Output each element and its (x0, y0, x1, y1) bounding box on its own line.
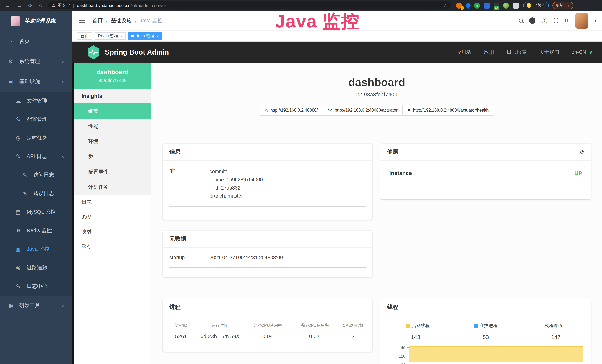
sba-nav-applications[interactable]: 应用 (484, 49, 494, 55)
close-icon[interactable]: × (156, 34, 159, 38)
github-icon[interactable] (529, 17, 535, 24)
service-url-button[interactable]: ⌂ http://192.168.0.2:48080/ (259, 105, 323, 116)
browser-home-icon[interactable]: ⌂ (39, 2, 42, 8)
security-warning-icon[interactable]: ⚠ (52, 3, 56, 8)
sidebar-item-home[interactable]: ◔ 首页 (0, 32, 72, 52)
close-icon[interactable]: × (120, 34, 123, 38)
browser-menu-kebab-icon[interactable]: ⋮ (566, 3, 570, 8)
avatar[interactable] (575, 13, 588, 28)
live-threads-value: 143 (380, 334, 451, 340)
sidebar-item-api-log[interactable]: ✎ API 日志 ∧ (0, 147, 72, 166)
peak-threads-value: 147 (521, 334, 591, 340)
sidebar-item-log-center[interactable]: ✎ 日志中心 (0, 277, 72, 296)
hamburger-icon[interactable] (79, 20, 85, 21)
browser-update-button[interactable]: 更新 ⋮ (552, 2, 573, 9)
sidebar-item-config-manage[interactable]: ✎ 配置管理 (0, 110, 72, 129)
service-url-label: http://192.168.0.2:48080/ (270, 108, 318, 112)
address-divider: | (73, 3, 74, 8)
sba-item-classes[interactable]: 类 (74, 149, 151, 164)
log-edit-icon: ✎ (22, 172, 28, 178)
sba-item-config-props[interactable]: 配置属性 (74, 164, 151, 180)
sba-section-insights: Insights (74, 89, 151, 103)
sba-nav: 应用墙 应用 日志报表 关于我们 zh-CN ∨ (456, 49, 592, 55)
sidebar-item-java-monitor[interactable]: ▣ Java 监控 (0, 240, 72, 258)
sidebar-item-label: 日志中心 (27, 283, 64, 290)
col-pid: 进程ID (166, 323, 196, 328)
extensions-puzzle-icon[interactable] (513, 2, 519, 8)
sba-item-mappings[interactable]: 映射 (74, 224, 151, 239)
url-host: dashboard.yudao.iocoder.cn (77, 3, 130, 8)
legend-blue-swatch (474, 324, 478, 328)
page-subtitle: Id: 93a3fc7f7409 (151, 91, 602, 97)
browser-reload-icon[interactable]: ⟳ (28, 2, 32, 8)
extension-grid-icon[interactable] (484, 2, 490, 8)
legend-live-threads: 活动线程 (384, 323, 452, 329)
sba-nav-journal[interactable]: 日志报表 (506, 49, 527, 55)
sidebar-item-label: 错误日志 (33, 190, 64, 197)
address-bar[interactable]: ⚠ 不安全 | dashboard.yudao.iocoder.cn /infr… (48, 1, 451, 9)
instance-name: dashboard (97, 68, 129, 76)
sidebar-item-infra[interactable]: ▣ 基础设施 ∧ (0, 72, 72, 92)
help-icon[interactable]: ? (542, 18, 547, 23)
sidebar-item-tracing[interactable]: ◉ 链路追踪 (0, 258, 72, 277)
git-time-line: time: 1596289704000 (210, 176, 366, 184)
sidebar-item-redis-monitor[interactable]: ≋ Redis 监控 (0, 221, 72, 240)
sba-nav-wallboard[interactable]: 应用墙 (456, 49, 471, 55)
search-icon[interactable] (519, 19, 523, 23)
fullscreen-icon[interactable] (553, 18, 558, 23)
sba-nav-about[interactable]: 关于我们 (539, 49, 559, 55)
extension-switch-icon[interactable]: on (494, 2, 499, 8)
divider (170, 267, 366, 268)
sba-item-logs[interactable]: 日志 (74, 195, 151, 210)
sba-item-environment[interactable]: 环境 (74, 134, 151, 149)
tab-redis-monitor[interactable]: Redis 监控 × (95, 32, 126, 40)
metadata-card: 元数据 startup 2021-04-27T00:44:31.254+08:0… (163, 231, 372, 277)
extension-green-icon[interactable]: y (474, 2, 480, 8)
monitor-icon: ▣ (7, 78, 14, 85)
extension-orange-icon[interactable]: 1 (456, 2, 462, 8)
profile-paused-chip[interactable]: 已暂停 (523, 2, 549, 9)
history-icon[interactable]: ↺ (579, 148, 584, 155)
health-url-button[interactable]: ♥ http://192.168.0.2:48080/actuator/heal… (403, 105, 494, 116)
extension-pin-icon[interactable] (465, 2, 472, 9)
sidebar-item-system[interactable]: ⚙ 系统管理 ∨ (0, 52, 72, 72)
edit-icon: ✎ (15, 116, 22, 123)
sba-item-jvm[interactable]: JVM (74, 210, 151, 224)
sba-brand-title[interactable]: Spring Boot Admin (105, 48, 169, 56)
col-system-cpu: 系统CPU使用率 (292, 323, 337, 328)
breadcrumb-infra[interactable]: 基础设施 (111, 17, 132, 24)
sba-instance-header: dashboard 93a3fc7f7409 (74, 63, 151, 89)
health-card-header: 健康 ↺ (380, 143, 591, 161)
tab-java-monitor[interactable]: Java 监控 × (128, 32, 162, 40)
sidebar-item-mysql-monitor[interactable]: ▤ MySQL 监控 (0, 203, 72, 221)
avatar-caret-icon[interactable]: ▾ (594, 19, 596, 23)
live-threads-area (409, 346, 583, 362)
tab-home[interactable]: 首页 (77, 32, 92, 40)
sba-language-select[interactable]: zh-CN ∨ (572, 49, 592, 55)
sba-item-scheduled-tasks[interactable]: 计划任务 (74, 180, 151, 195)
sidebar-item-error-log[interactable]: ✎ 错误日志 (0, 184, 72, 203)
breadcrumb-home[interactable]: 首页 (92, 17, 103, 24)
sidebar-logo-row[interactable]: 芋道管理系统 (0, 11, 72, 32)
sba-item-caches[interactable]: 缓存 (74, 239, 151, 254)
sidebar-item-dev-tools[interactable]: ▦ 研发工具 ∨ (0, 296, 72, 316)
extension-leaf-icon[interactable] (503, 2, 509, 8)
bookmark-star-icon[interactable]: ☆ (443, 3, 447, 8)
sba-item-details[interactable]: 细节 (74, 104, 151, 119)
sidebar-item-access-log[interactable]: ✎ 访问日志 (0, 166, 72, 184)
sba-item-metrics[interactable]: 性能 (74, 119, 151, 134)
metadata-startup-row: startup 2021-04-27T00:44:31.254+08:00 (163, 248, 372, 260)
process-cpu-value: 0.04 (243, 333, 292, 339)
browser-forward-icon[interactable]: → (17, 2, 22, 8)
actuator-url-button[interactable]: ⚒ http://192.168.0.2:48080/actuator (323, 105, 403, 116)
threads-card-title: 线程 (380, 299, 591, 316)
browser-back-icon[interactable]: ← (5, 2, 10, 8)
sidebar-item-file-manage[interactable]: ☁ 文件管理 (0, 92, 72, 110)
font-size-icon[interactable]: tT (565, 18, 569, 23)
breadcrumb: 首页 / 基础设施 / Java 监控 (92, 17, 163, 24)
active-dot (131, 35, 134, 37)
info-git-row: git commit: time: 1596289704000 id: 27aa… (163, 161, 372, 200)
sidebar-item-label: Redis 监控 (27, 227, 64, 234)
gear-icon: ⚙ (7, 58, 14, 65)
sidebar-item-scheduled-tasks[interactable]: ◷ 定时任务 (0, 129, 72, 147)
